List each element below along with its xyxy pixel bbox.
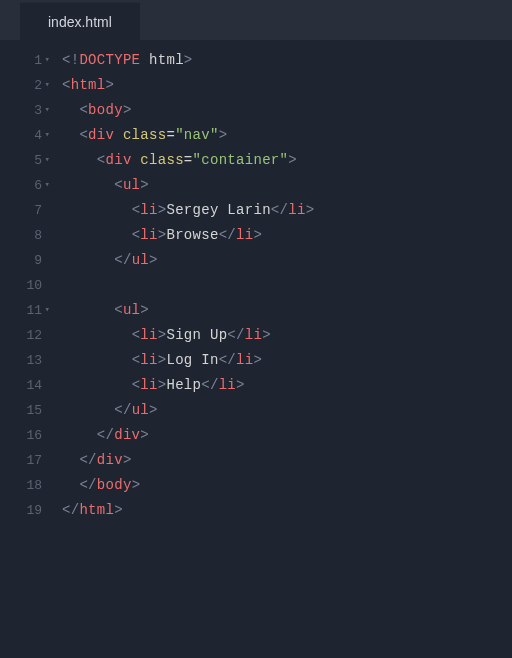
code-token: > [149,402,158,418]
code-line[interactable]: </ul> [62,248,512,273]
line-number[interactable]: 10 [0,273,42,298]
line-number[interactable]: 1 [0,48,42,73]
code-token: < [79,102,88,118]
line-number[interactable]: 3 [0,98,42,123]
code-token: class [140,152,184,168]
line-number[interactable]: 13 [0,348,42,373]
line-number[interactable]: 2 [0,73,42,98]
code-token: li [236,352,253,368]
code-line[interactable]: <body> [62,98,512,123]
line-number[interactable]: 4 [0,123,42,148]
code-token: > [306,202,315,218]
code-token: > [140,177,149,193]
code-line[interactable]: <!DOCTYPE html> [62,48,512,73]
code-line[interactable]: <div class="nav"> [62,123,512,148]
code-line[interactable]: <html> [62,73,512,98]
code-token: </ [114,402,131,418]
code-token: </ [219,227,236,243]
tab-index-html[interactable]: index.html [20,2,140,40]
code-token: li [140,202,157,218]
code-token: li [140,227,157,243]
code-token: > [253,352,262,368]
code-token: > [253,227,262,243]
code-token: </ [114,252,131,268]
code-line[interactable] [62,273,512,298]
code-token: </ [79,452,96,468]
code-token: DOCTYPE [79,52,140,68]
code-token: </ [271,202,288,218]
code-token: li [245,327,262,343]
line-number[interactable]: 7 [0,198,42,223]
code-token: Browse [166,227,218,243]
code-token: < [62,77,71,93]
line-number[interactable]: 11 [0,298,42,323]
line-number[interactable]: 14 [0,373,42,398]
code-token: > [123,102,132,118]
code-line[interactable]: </div> [62,423,512,448]
code-line[interactable]: <li>Browse</li> [62,223,512,248]
code-token: div [97,452,123,468]
code-line[interactable]: </div> [62,448,512,473]
code-token: </ [227,327,244,343]
code-token: > [123,452,132,468]
code-token: li [288,202,305,218]
code-line[interactable]: </html> [62,498,512,523]
tab-bar: index.html [0,0,512,40]
code-token: body [97,477,132,493]
code-token: "container" [193,152,289,168]
code-token: html [140,52,184,68]
line-number[interactable]: 5 [0,148,42,173]
code-token: html [79,502,114,518]
code-token: </ [79,477,96,493]
code-token: > [236,377,245,393]
line-number[interactable]: 9 [0,248,42,273]
code-token: class [123,127,167,143]
code-token: </ [62,502,79,518]
code-token: > [140,427,149,443]
code-line[interactable]: <li>Log In</li> [62,348,512,373]
line-number[interactable]: 16 [0,423,42,448]
line-number[interactable]: 18 [0,473,42,498]
code-token: li [219,377,236,393]
code-line[interactable]: <ul> [62,298,512,323]
code-token: Sign Up [166,327,227,343]
line-number[interactable]: 17 [0,448,42,473]
code-token: li [140,327,157,343]
code-token: </ [201,377,218,393]
code-token: div [88,127,114,143]
code-line[interactable]: <ul> [62,173,512,198]
code-token: "nav" [175,127,219,143]
code-token: div [114,427,140,443]
code-token: ul [123,302,140,318]
code-editor[interactable]: 12345678910111213141516171819 <!DOCTYPE … [0,40,512,523]
code-token: </ [219,352,236,368]
code-token [114,127,123,143]
line-number[interactable]: 6 [0,173,42,198]
code-token: < [97,152,106,168]
line-number[interactable]: 15 [0,398,42,423]
code-area[interactable]: <!DOCTYPE html><html> <body> <div class=… [52,48,512,523]
code-token: > [262,327,271,343]
code-token: html [71,77,106,93]
code-token: Help [166,377,201,393]
code-token: > [140,302,149,318]
line-number[interactable]: 12 [0,323,42,348]
code-line[interactable]: <li>Sergey Larin</li> [62,198,512,223]
code-token: > [219,127,228,143]
line-number[interactable]: 8 [0,223,42,248]
line-number[interactable]: 19 [0,498,42,523]
code-line[interactable]: <li>Sign Up</li> [62,323,512,348]
code-token: ul [132,402,149,418]
code-token: > [132,477,141,493]
code-line[interactable]: </body> [62,473,512,498]
code-token: > [114,502,123,518]
code-token: < [114,177,123,193]
code-token: < [114,302,123,318]
code-token: li [140,352,157,368]
code-token: > [184,52,193,68]
code-line[interactable]: <div class="container"> [62,148,512,173]
code-token: > [106,77,115,93]
code-line[interactable]: <li>Help</li> [62,373,512,398]
code-line[interactable]: </ul> [62,398,512,423]
code-token: li [140,377,157,393]
